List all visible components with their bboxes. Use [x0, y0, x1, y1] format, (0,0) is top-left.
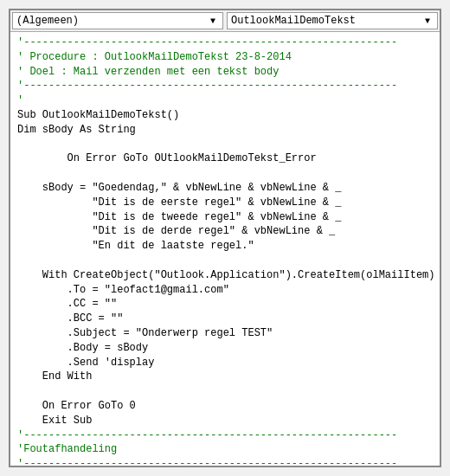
dropdown-procedure[interactable]: OutlookMailDemoTekst ▼ [227, 12, 438, 29]
dropdown-algemeen-label: (Algemeen) [16, 15, 207, 27]
dropdown-procedure-label: OutlookMailDemoTekst [231, 15, 421, 27]
code-block: '---------------------------------------… [17, 35, 436, 466]
code-editor[interactable]: '---------------------------------------… [10, 32, 440, 466]
dropdown-procedure-arrow: ▼ [421, 16, 434, 26]
dropdown-algemeen-arrow: ▼ [207, 16, 219, 26]
toolbar: (Algemeen) ▼ OutlookMailDemoTekst ▼ [10, 10, 440, 32]
editor-container: (Algemeen) ▼ OutlookMailDemoTekst ▼ '---… [9, 9, 441, 467]
dropdown-algemeen[interactable]: (Algemeen) ▼ [12, 12, 223, 29]
